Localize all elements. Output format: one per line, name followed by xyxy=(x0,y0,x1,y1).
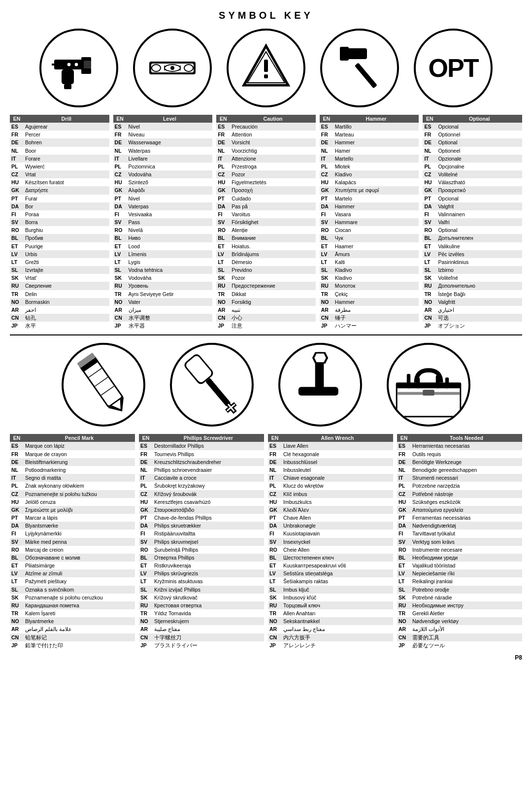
lang-code: PL xyxy=(10,163,24,170)
translation: Llave Allen xyxy=(282,442,393,450)
translation: Burghiu xyxy=(24,226,109,234)
lang-code: LV xyxy=(320,250,333,258)
caution-table: EN Caution ESPrecauciónFRAttentionDEVors… xyxy=(216,115,316,330)
lang-code: ET xyxy=(216,242,230,250)
lang-code: SL xyxy=(320,266,333,274)
lang-code: BL xyxy=(268,554,282,562)
translation: Voliteľné xyxy=(436,274,522,282)
caution-header-title: Caution xyxy=(230,115,316,123)
table-row: LVĀmurs xyxy=(320,250,419,258)
lang-code: GK xyxy=(423,186,436,194)
table-row: SKPoznamenajte si polohu ceruzkou xyxy=(10,594,135,601)
lang-code: CZ xyxy=(10,490,24,498)
table-row: FIVaroitus xyxy=(216,210,316,218)
translation: مطرقة xyxy=(333,306,419,314)
table-row: PLPrzestroga xyxy=(216,163,316,170)
lang-code: RU xyxy=(423,282,436,290)
translation: Торцовый ключ xyxy=(282,601,393,609)
lang-code: FR xyxy=(320,131,333,138)
lang-code: TR xyxy=(113,290,127,298)
svg-rect-21 xyxy=(264,60,268,72)
lang-code: FR xyxy=(423,131,436,138)
table-row: CN锤子 xyxy=(320,314,419,322)
lang-code: SV xyxy=(10,218,24,226)
translation: Haamer xyxy=(333,242,419,250)
table-row: DAPas på xyxy=(216,202,316,210)
table-row: LTPažymėti pieštuку xyxy=(10,577,135,585)
table-row: SVFörsiktighet xyxy=(216,218,316,226)
translation: Дополнительно xyxy=(436,282,522,290)
translation: 鉛筆で付けた印 xyxy=(24,641,135,649)
svg-rect-23 xyxy=(355,63,377,88)
lang-code: SV xyxy=(216,218,230,226)
translation: Försiktighet xyxy=(230,218,316,226)
lang-code: BL xyxy=(113,234,127,242)
translation: 内六方扳手 xyxy=(282,633,393,641)
lang-code: SV xyxy=(268,538,282,546)
level-table: EN Level ESNivelFRNiveauDEWasserwaageNLW… xyxy=(113,115,213,330)
table-row: RUНеобходимые инстру xyxy=(397,601,522,609)
translation: Percer xyxy=(24,131,109,138)
lang-code: SV xyxy=(113,218,127,226)
table-row: PLZnak wykonany ołówkiem xyxy=(10,482,135,490)
table-row: DEBohren xyxy=(10,138,109,146)
table-row: SVBorra xyxy=(10,218,109,226)
translation: Przestroga xyxy=(230,163,316,170)
svg-rect-50 xyxy=(407,374,410,388)
translation: Предостережение xyxy=(230,282,316,290)
hammer-header-lang: EN xyxy=(320,115,333,123)
lang-code: NL xyxy=(139,466,153,474)
table-row: LTKryžminis atsuktuvas xyxy=(139,577,264,585)
optional-table: EN Optional ESOpcionalFROptionnelDEOptio… xyxy=(423,115,522,330)
svg-rect-25 xyxy=(340,47,349,61)
table-row: ETHoiatus. xyxy=(216,242,316,250)
lang-code: ES xyxy=(113,123,127,131)
table-row: ITForare xyxy=(10,155,109,163)
translation: Blyantsmærke xyxy=(24,522,135,530)
table-row: ROOptional xyxy=(423,226,522,234)
translation: Inbusschlüssel xyxy=(282,458,393,466)
lang-code: RO xyxy=(10,226,24,234)
translation: 必要なツール xyxy=(411,641,522,649)
table-row: TRÇekiç xyxy=(320,290,419,298)
table-row: ITLivellare xyxy=(113,155,213,163)
translation: Пробив xyxy=(24,234,109,242)
lang-code: CN xyxy=(268,633,282,641)
translation: Optional xyxy=(436,138,522,146)
table-row: DANødvendigtværktøj xyxy=(397,522,522,530)
translation: Clé hexagonale xyxy=(282,450,393,458)
table-row: ROAtenție xyxy=(216,226,316,234)
table-row: RONivelă xyxy=(113,226,213,234)
translation: Κλειδί Άλεν xyxy=(282,506,393,514)
translation: Обозначаване с молив xyxy=(24,554,135,562)
translation: Opcional xyxy=(436,123,522,131)
lang-code: CZ xyxy=(113,170,127,178)
lang-code: JP xyxy=(139,641,153,649)
table-row: JP必要なツール xyxy=(397,641,522,649)
lang-code: RU xyxy=(10,282,24,290)
lang-code: RO xyxy=(10,546,24,554)
translation: Hammer xyxy=(333,202,419,210)
translation: Voorzichtig xyxy=(230,147,316,155)
lang-code: HU xyxy=(216,178,230,186)
translation: Chiave esagonale xyxy=(282,474,393,482)
lang-code: DA xyxy=(268,522,282,530)
translation: Potloodmarkering xyxy=(24,466,135,474)
lang-code: SK xyxy=(423,274,436,282)
lang-code: SK xyxy=(216,274,230,282)
table-row: SVHammare xyxy=(320,218,419,226)
lang-code: TR xyxy=(139,609,153,617)
table-row: SVValfri xyxy=(423,218,522,226)
translation: Opcjonalne xyxy=(436,163,522,170)
translation: Valikuline xyxy=(436,242,522,250)
table-row: DAPhilips skruetrækker xyxy=(139,522,264,530)
table-row: BLДопълнителен xyxy=(423,234,522,242)
translation: Προαιρετικό xyxy=(436,186,522,194)
translation: Oznaka s svinčnikom xyxy=(24,586,135,594)
lang-code: ET xyxy=(423,242,436,250)
translation: Молоток xyxy=(333,282,419,290)
translation: Kladivo xyxy=(333,266,419,274)
translation: مفتاح ربط سداسي xyxy=(282,625,393,633)
divider xyxy=(10,334,522,335)
translation: 锤子 xyxy=(333,314,419,322)
